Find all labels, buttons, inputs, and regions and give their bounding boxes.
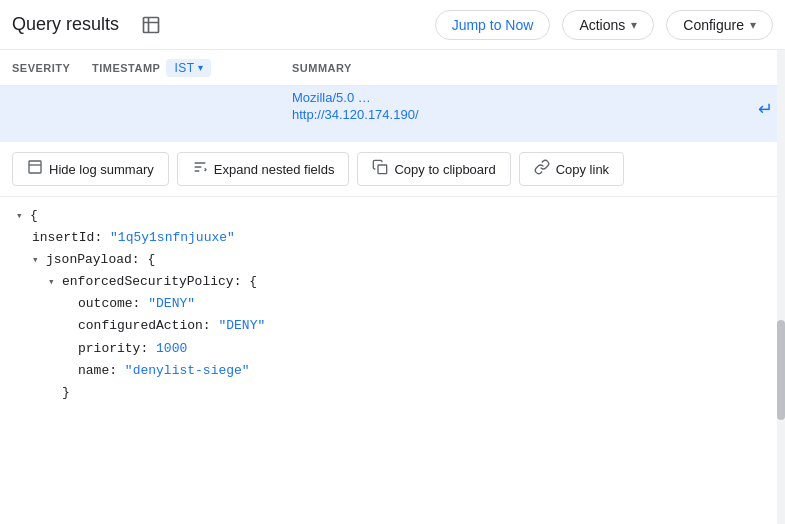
copy-to-clipboard-label: Copy to clipboard <box>394 162 495 177</box>
name-value: "denylist-siege" <box>125 360 250 382</box>
json-root-open: ▾ { <box>16 205 769 227</box>
svg-rect-0 <box>144 17 159 32</box>
root-collapse-arrow[interactable]: ▾ <box>16 207 30 226</box>
json-name-line: name: "denylist-siege" <box>16 360 769 382</box>
expand-nested-icon <box>192 159 208 179</box>
hide-log-summary-label: Hide log summary <box>49 162 154 177</box>
timezone-badge[interactable]: IST ▾ <box>166 59 211 77</box>
scrollbar-track[interactable] <box>777 50 785 524</box>
summary-link-2[interactable]: http://34.120.174.190/ <box>292 107 773 122</box>
actions-button[interactable]: Actions ▾ <box>562 10 654 40</box>
table-header-row: SEVERITY TIMESTAMP IST ▾ SUMMARY <box>0 50 785 86</box>
configure-chevron-icon: ▾ <box>750 18 756 32</box>
enforced-key: enforcedSecurityPolicy: <box>62 271 241 293</box>
configured-action-value: "DENY" <box>218 315 265 337</box>
svg-rect-2 <box>378 165 387 174</box>
hide-log-icon <box>27 159 43 179</box>
json-payload-key: jsonPayload: <box>46 249 140 271</box>
json-content-area: ▾ { insertId: "1q5y1snfnjuuxe" ▾ jsonPay… <box>0 197 785 523</box>
summary-column-header: SUMMARY <box>292 62 773 74</box>
copy-to-clipboard-button[interactable]: Copy to clipboard <box>357 152 510 186</box>
insert-id-key: insertId: <box>32 227 102 249</box>
header-bar: Query results Jump to Now Actions ▾ Conf… <box>0 0 785 50</box>
priority-key: priority: <box>78 338 148 360</box>
jump-to-now-label: Jump to Now <box>452 17 534 33</box>
json-enforced-line: ▾ enforcedSecurityPolicy: { <box>16 271 769 293</box>
json-outcome-line: outcome: "DENY" <box>16 293 769 315</box>
name-key: name: <box>78 360 117 382</box>
return-to-log-icon[interactable]: ↵ <box>758 98 773 120</box>
row-summary-cell: Mozilla/5.0 … http://34.120.174.190/ <box>292 90 773 122</box>
hide-log-summary-button[interactable]: Hide log summary <box>12 152 169 186</box>
expand-nested-fields-label: Expand nested fields <box>214 162 335 177</box>
json-insert-id-line: insertId: "1q5y1snfnjuuxe" <box>16 227 769 249</box>
json-enforced-close: } <box>16 382 769 404</box>
configure-button[interactable]: Configure ▾ <box>666 10 773 40</box>
expand-nested-fields-button[interactable]: Expand nested fields <box>177 152 350 186</box>
configured-action-key: configuredAction: <box>78 315 211 337</box>
configured-spacer <box>64 317 78 336</box>
json-configured-action-line: configuredAction: "DENY" <box>16 315 769 337</box>
configure-label: Configure <box>683 17 744 33</box>
severity-column-header: SEVERITY <box>12 62 92 74</box>
enforced-collapse-arrow[interactable]: ▾ <box>48 273 62 292</box>
link-icon <box>534 159 550 179</box>
page-title: Query results <box>12 14 119 35</box>
name-spacer <box>64 362 78 381</box>
insert-id-value: "1q5y1snfnjuuxe" <box>110 227 235 249</box>
table-row[interactable]: Mozilla/5.0 … http://34.120.174.190/ ↵ <box>0 86 785 142</box>
priority-spacer <box>64 340 78 359</box>
expand-view-button[interactable] <box>135 9 167 41</box>
timezone-chevron-icon: ▾ <box>198 62 204 73</box>
timestamp-column-header: TIMESTAMP IST ▾ <box>92 59 292 77</box>
copy-link-button[interactable]: Copy link <box>519 152 624 186</box>
summary-link-1[interactable]: Mozilla/5.0 … <box>292 90 773 105</box>
outcome-spacer <box>64 295 78 314</box>
actions-label: Actions <box>579 17 625 33</box>
json-payload-line: ▾ jsonPayload: { <box>16 249 769 271</box>
copy-link-label: Copy link <box>556 162 609 177</box>
priority-value: 1000 <box>156 338 187 360</box>
outcome-key: outcome: <box>78 293 140 315</box>
jump-to-now-button[interactable]: Jump to Now <box>435 10 551 40</box>
json-payload-collapse-arrow[interactable]: ▾ <box>32 251 46 270</box>
outcome-value: "DENY" <box>148 293 195 315</box>
clipboard-icon <box>372 159 388 179</box>
actions-chevron-icon: ▾ <box>631 18 637 32</box>
json-priority-line: priority: 1000 <box>16 338 769 360</box>
svg-rect-1 <box>29 161 41 173</box>
scrollbar-thumb[interactable] <box>777 320 785 420</box>
action-buttons-bar: Hide log summary Expand nested fields Co… <box>0 142 785 197</box>
